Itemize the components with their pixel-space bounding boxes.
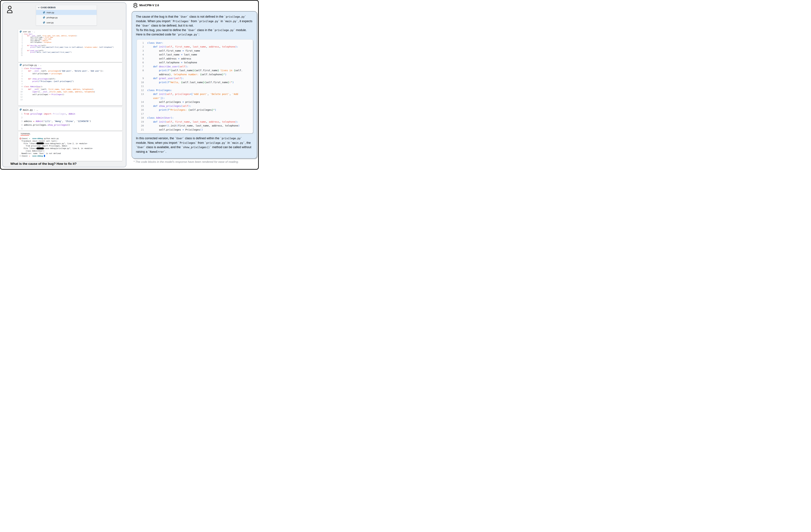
inline-code: `User`: [187, 29, 196, 32]
code-token: ,: [88, 70, 90, 72]
code-token: telephone: [222, 121, 235, 123]
code-token: __init__: [30, 35, 37, 37]
code-token: /case-debug/main.py", line 2, in <module…: [44, 142, 87, 145]
code-token: self.first_name: [24, 37, 43, 38]
code-token: ,: [190, 45, 193, 48]
line-number: 10: [18, 48, 24, 50]
code-token: self: [180, 65, 185, 68]
inline-code: `privilege.py`: [213, 29, 235, 32]
code-token: greet_user: [159, 77, 173, 80]
text-run: in: [220, 19, 224, 23]
python-file-icon: [43, 21, 45, 24]
code-token: ,: [50, 35, 52, 37]
code-token: describe_user: [159, 65, 178, 68]
line-number: 3: [18, 73, 24, 75]
code-line: 13: [18, 98, 122, 101]
code-line: 5 self.address = address: [137, 57, 252, 61]
line-number: 5: [18, 127, 24, 130]
editor-code-area[interactable]: 1class User:2 def __init__(self, first_n…: [18, 33, 122, 57]
code-token: ): [90, 120, 91, 123]
code-token: first_name: [175, 45, 190, 48]
editor-filename: main.py: [23, 108, 33, 112]
line-content: print(f"{self.last_name}{self.first_name…: [147, 68, 243, 73]
code-token: privileges: [48, 70, 59, 72]
code-token: (: [178, 65, 180, 68]
text-run: The cause of the bug is that the: [136, 15, 179, 18]
python-file-icon: [19, 64, 22, 66]
code-line: 10: [18, 48, 122, 50]
code-token: ): [215, 109, 216, 111]
code-token: Admin: [156, 116, 163, 119]
line-number: 2: [18, 70, 24, 73]
code-token: address: [43, 40, 48, 42]
line-number: 9: [137, 76, 147, 80]
code-token: }: [212, 109, 213, 111]
code-token: =: [181, 61, 183, 64]
code-token: class Privileges:: [147, 89, 172, 92]
code-line: 16 print(f"Privileges: {self.privileges}…: [137, 108, 252, 112]
code-token: self.first_name: [147, 49, 183, 52]
inline-code: `privilege.py`: [177, 33, 199, 36]
inline-code: `privilege.py`: [205, 141, 227, 144]
terminal-cursor[interactable]: [44, 155, 45, 157]
code-token: ,: [190, 121, 193, 123]
code-token: self.privileges: [147, 100, 183, 103]
robot-icon: [133, 3, 138, 8]
code-token: print: [30, 51, 34, 53]
code-line: 8 print(f"{self.last_name}{self.first_na…: [137, 68, 252, 73]
code-token: address: [61, 35, 67, 37]
code-line: 20 super().init(first_name, last_name, a…: [137, 124, 252, 128]
code-token: [24, 78, 28, 80]
terminal-row: (base) → case-debug: [19, 155, 121, 157]
code-token: [24, 80, 32, 82]
editor-code-area[interactable]: 1from privilege import Privileges, Admin…: [18, 112, 122, 130]
code-token: Admin: [68, 112, 75, 115]
line-content: self.privileges = Privileges(): [24, 93, 64, 96]
code-token: telephone: [44, 42, 51, 43]
code-token: Privileges:: [171, 109, 188, 111]
code-line: 2 def __init__(self, privileges=['Add po…: [18, 70, 122, 73]
text-run: from: [190, 19, 198, 23]
line-content: self.address = address: [24, 40, 48, 42]
code-token: ,: [62, 120, 65, 123]
code-token: 'Wang': [54, 120, 62, 123]
explorer-item-main-py[interactable]: main.py: [36, 10, 97, 15]
terminal-title: TERMINAL: [18, 131, 31, 135]
line-number: 11: [18, 50, 24, 51]
code-line: 1class User:: [137, 41, 252, 45]
line-content: user']):: [147, 96, 165, 100]
code-token: telephone: [222, 45, 235, 48]
file-explorer: CASE-DEBUG main.py privilege.py user.py: [36, 5, 97, 26]
code-token: greet_user: [30, 50, 39, 51]
code-token: def: [153, 121, 159, 123]
explorer-item-user-py[interactable]: user.py: [36, 20, 97, 25]
code-token: =: [178, 57, 180, 60]
line-number: 13: [18, 98, 24, 101]
terminal-output[interactable]: (base) → case-debug python main.pyTraceb…: [18, 136, 122, 157]
code-token: self.first_name: [206, 81, 228, 84]
line-number: 19: [137, 120, 147, 124]
code-token: [24, 70, 28, 72]
code-token: address: [75, 91, 82, 93]
inline-code: `main.py`: [231, 141, 245, 144]
code-line: 1class User:: [18, 33, 122, 35]
code-token: privileges: [51, 73, 62, 75]
text-run: class in the: [196, 28, 213, 32]
line-number: 8: [18, 85, 24, 88]
line-number: 4: [18, 38, 24, 40]
code-line: 6 self.telephone = telephone: [18, 42, 122, 43]
code-token: :: [163, 97, 165, 99]
code-token: [24, 51, 30, 53]
line-content: def init(self, privileges=['Add post', '…: [147, 92, 238, 96]
code-token: from: [24, 112, 29, 115]
code-token: class User:: [147, 42, 163, 44]
line-number: 1: [18, 33, 24, 35]
code-token: __init__: [32, 70, 41, 72]
editor-code-area[interactable]: 1class Privileges:2 def __init__(self, p…: [18, 67, 122, 101]
code-token: (: [173, 77, 175, 80]
explorer-item-privilege-py[interactable]: privilege.py: [36, 15, 97, 20]
explorer-root-row[interactable]: CASE-DEBUG: [36, 5, 97, 10]
code-token: self.address: [147, 57, 178, 60]
code-line: 8 def describe_user(self):: [18, 45, 122, 47]
chevron-down-icon: [38, 7, 40, 8]
